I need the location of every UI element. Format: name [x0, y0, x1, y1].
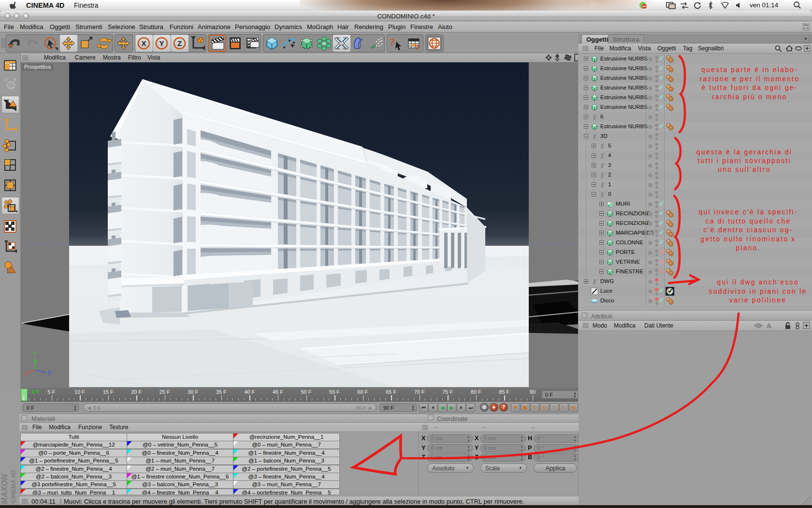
svg-text:?: ? — [415, 43, 419, 51]
svg-text:Y: Y — [159, 39, 164, 47]
svg-text:?: ? — [390, 36, 395, 48]
svg-text:X: X — [141, 39, 146, 47]
svg-text:Z: Z — [177, 39, 182, 47]
